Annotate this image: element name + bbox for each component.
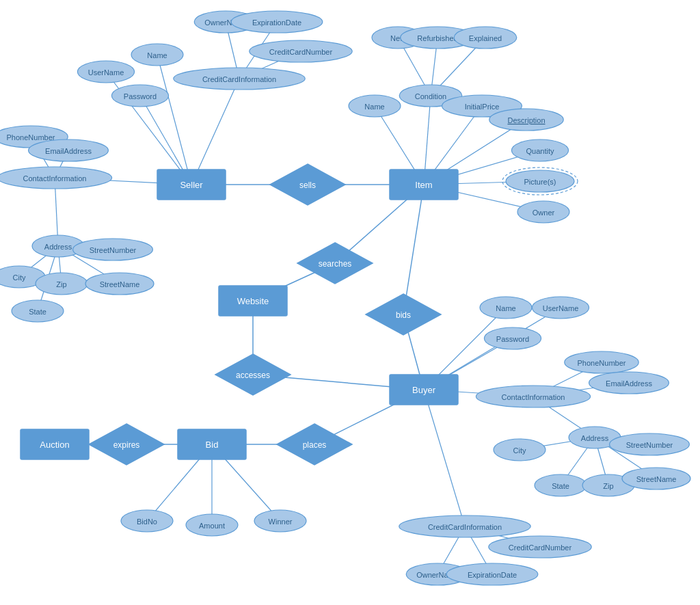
svg-line-38: [424, 390, 465, 526]
svg-text:Owner: Owner: [533, 209, 555, 217]
svg-text:EmailAddress: EmailAddress: [45, 147, 92, 155]
svg-text:StreetNumber: StreetNumber: [626, 441, 673, 449]
svg-text:State: State: [552, 482, 569, 490]
svg-text:Quantity: Quantity: [526, 147, 554, 155]
svg-text:bids: bids: [396, 310, 411, 320]
svg-text:StreetName: StreetName: [636, 475, 677, 483]
svg-text:Refurbished: Refurbished: [417, 34, 457, 42]
svg-text:Description: Description: [507, 116, 545, 124]
er-diagram: SellerItemWebsiteBuyerBidAuctionsellssea…: [0, 0, 700, 605]
svg-text:Password: Password: [496, 335, 529, 343]
svg-text:Zip: Zip: [56, 280, 66, 288]
svg-text:City: City: [513, 446, 526, 455]
svg-text:Zip: Zip: [603, 482, 613, 490]
svg-text:Buyer: Buyer: [412, 385, 436, 395]
svg-text:ContactInformation: ContactInformation: [502, 393, 565, 401]
svg-text:ContactInformation: ContactInformation: [23, 174, 87, 183]
svg-text:Picture(s): Picture(s): [524, 178, 556, 186]
svg-text:EmailAddress: EmailAddress: [606, 379, 652, 388]
svg-text:City: City: [13, 273, 26, 282]
svg-text:CreditCardNumber: CreditCardNumber: [509, 543, 572, 552]
svg-text:Website: Website: [237, 296, 269, 306]
svg-text:Amount: Amount: [199, 522, 225, 530]
svg-line-49: [403, 185, 424, 314]
svg-text:Winner: Winner: [269, 517, 293, 526]
svg-text:UserName: UserName: [88, 68, 124, 77]
svg-text:Auction: Auction: [40, 440, 69, 450]
svg-line-12: [191, 79, 239, 185]
svg-text:Bid: Bid: [206, 440, 219, 450]
svg-text:Password: Password: [124, 92, 157, 100]
svg-text:CreditCardNumber: CreditCardNumber: [269, 48, 333, 56]
svg-text:StreetNumber: StreetNumber: [90, 246, 137, 254]
svg-text:accesses: accesses: [236, 371, 270, 380]
svg-text:BidNo: BidNo: [137, 517, 157, 526]
svg-text:UserName: UserName: [543, 304, 579, 312]
svg-text:CreditCardInformation: CreditCardInformation: [202, 75, 276, 83]
svg-text:Name: Name: [364, 103, 384, 111]
svg-text:Name: Name: [496, 304, 515, 312]
svg-text:PhoneNumber: PhoneNumber: [7, 133, 55, 142]
svg-text:Explained: Explained: [469, 34, 502, 42]
svg-text:expires: expires: [113, 440, 140, 450]
svg-text:Address: Address: [581, 434, 609, 442]
svg-text:InitialPrice: InitialPrice: [465, 103, 500, 111]
svg-text:places: places: [303, 440, 327, 450]
svg-text:Name: Name: [147, 51, 167, 59]
svg-text:CreditCardInformation: CreditCardInformation: [428, 523, 502, 531]
svg-text:Item: Item: [415, 180, 432, 190]
svg-text:Seller: Seller: [180, 180, 203, 190]
svg-text:PhoneNumber: PhoneNumber: [578, 359, 626, 367]
svg-text:Address: Address: [44, 243, 72, 251]
svg-text:Condition: Condition: [415, 92, 446, 100]
svg-text:searches: searches: [319, 259, 352, 269]
svg-text:ExpirationDate: ExpirationDate: [252, 18, 301, 27]
svg-text:StreetName: StreetName: [100, 280, 140, 288]
svg-text:sells: sells: [299, 180, 316, 190]
svg-text:ExpirationDate: ExpirationDate: [468, 571, 517, 579]
svg-text:State: State: [29, 308, 46, 316]
